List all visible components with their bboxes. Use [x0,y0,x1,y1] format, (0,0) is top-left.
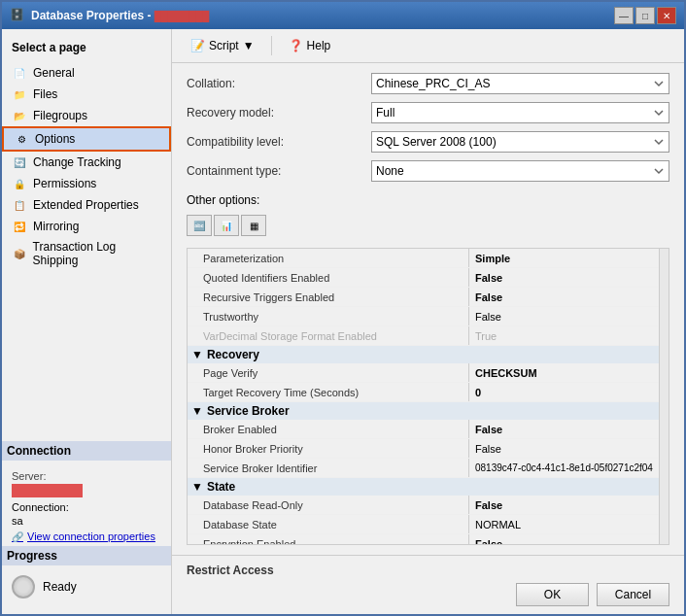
sidebar: Select a page 📄 General 📁 Files 📂 Filegr… [2,29,172,614]
grid-cell-name: Recursive Triggers Enabled [188,288,469,306]
compatibility-label: Compatibility level: [187,135,361,149]
mirroring-icon: 🔁 [12,219,27,234]
grid-cell-name: Trustworthy [188,307,469,325]
sidebar-item-label: Transaction Log Shipping [33,240,161,267]
cancel-button[interactable]: Cancel [597,583,669,606]
window-body: Select a page 📄 General 📁 Files 📂 Filegr… [2,29,684,614]
grid-row: Parameterization Simple [188,249,659,268]
section-header-label: Service Broker [207,404,290,418]
general-icon: 📄 [12,65,27,81]
sort-category-button[interactable]: 📊 [214,215,239,236]
options-toolbar: 🔤 📊 ▦ [187,215,669,236]
sidebar-item-transaction-log[interactable]: 📦 Transaction Log Shipping [2,237,171,270]
title-controls: — □ ✕ [614,7,676,24]
extended-props-icon: 📋 [12,197,27,213]
minimize-button[interactable]: — [614,7,634,24]
sidebar-item-permissions[interactable]: 🔒 Permissions [2,173,171,194]
collation-row: Collation: Chinese_PRC_CI_AS [187,73,669,94]
sidebar-item-mirroring[interactable]: 🔁 Mirroring [2,216,171,237]
sidebar-item-label: Filegroups [33,109,87,122]
toolbar: 📝 Script ▼ ❓ Help [172,29,684,63]
grid-cell-value: False [469,496,659,514]
title-bar: 🗄️ Database Properties - ████████ — □ ✕ [2,2,684,29]
title-highlight: ████████ [154,11,210,21]
maximize-button[interactable]: □ [635,7,655,24]
grid-cell-name: Quoted Identifiers Enabled [188,268,469,287]
grid-cell-name: VarDecimal Storage Format Enabled [188,326,469,345]
connection-user-value: sa [12,515,161,527]
progress-header: Progress [2,546,171,565]
recovery-section-header[interactable]: ▼ Recovery [188,346,659,363]
grid-cell-value: CHECKSUM [469,363,659,382]
sidebar-item-options[interactable]: ⚙ Options [2,126,171,152]
service-broker-section-header[interactable]: ▼ Service Broker [188,402,659,420]
compatibility-dropdown[interactable]: SQL Server 2008 (100) SQL Server 2005 (9… [371,131,669,153]
sidebar-item-label: General [33,66,75,80]
sidebar-item-general[interactable]: 📄 General [2,62,171,84]
grid-cell-name: Broker Enabled [188,420,469,438]
transaction-log-icon: 📦 [12,246,27,261]
progress-status: Ready [43,580,77,594]
toolbar-separator [271,36,272,55]
grid-cell-name: Target Recovery Time (Seconds) [188,383,469,401]
grid-cell-value: False [469,534,659,544]
grid-row: Target Recovery Time (Seconds) 0 [188,383,659,402]
footer-buttons: OK Cancel [187,583,669,606]
section-header-label: Recovery [207,348,259,361]
grid-row: Page Verify CHECKSUM [188,363,659,383]
grid-row: Database State NORMAL [188,515,659,534]
collation-label: Collation: [187,77,361,90]
grid-cell-value: False [469,307,659,325]
properties-area: Collation: Chinese_PRC_CI_AS Recovery mo… [172,63,684,555]
scrollbar[interactable] [659,249,669,544]
recovery-dropdown[interactable]: Full Simple Bulk-logged [371,102,669,123]
grid-row: Honor Broker Priority False [188,439,659,459]
grid-cell-name: Database State [188,515,469,533]
grid-cell-name: Database Read-Only [188,496,469,514]
window-title: Database Properties - ████████ [31,9,209,22]
help-button[interactable]: ❓ Help [280,35,340,56]
grid-row: Encryption Enabled False [188,534,659,544]
options-grid-container: Parameterization Simple Quoted Identifie… [187,248,669,545]
script-icon: 📝 [190,39,205,52]
sidebar-item-label: Permissions [33,177,96,190]
script-dropdown-icon: ▼ [243,39,255,52]
title-bar-left: 🗄️ Database Properties - ████████ [10,8,209,23]
change-tracking-icon: 🔄 [12,154,27,170]
grid-cell-value: False [469,439,659,458]
containment-dropdown[interactable]: None Partial [371,160,669,182]
sidebar-item-change-tracking[interactable]: 🔄 Change Tracking [2,152,171,173]
help-icon: ❓ [289,39,303,52]
options-extra-button[interactable]: ▦ [241,215,266,236]
collation-dropdown[interactable]: Chinese_PRC_CI_AS [371,73,669,94]
sidebar-item-label: Mirroring [33,220,79,233]
ok-button[interactable]: OK [516,583,589,606]
main-content: 📝 Script ▼ ❓ Help Collation: Chinese_PRC… [172,29,684,614]
filegroups-icon: 📂 [12,108,27,123]
grid-cell-value: 08139c47-c0c4-41c1-8e1d-05f0271c2f04 [469,459,659,477]
grid-row: Broker Enabled False [188,420,659,439]
sidebar-item-extended-properties[interactable]: 📋 Extended Properties [2,194,171,216]
sort-alpha-button[interactable]: 🔤 [187,215,212,236]
connection-header: Connection [2,441,171,461]
sidebar-item-filegroups[interactable]: 📂 Filegroups [2,105,171,126]
server-value: ■■■■■ [12,484,83,497]
grid-row: Database Read-Only False [188,496,659,515]
grid-cell-value: True [469,326,659,345]
grid-row: VarDecimal Storage Format Enabled True [188,326,659,346]
state-section-header[interactable]: ▼ State [188,478,659,496]
window-icon: 🗄️ [10,8,25,23]
sidebar-item-files[interactable]: 📁 Files [2,84,171,105]
grid-cell-value: Simple [469,249,659,267]
script-button[interactable]: 📝 Script ▼ [182,35,263,56]
options-grid: Parameterization Simple Quoted Identifie… [188,249,659,544]
connection-details: Server: ■■■■■ Connection: sa 🔗 View conn… [2,466,171,546]
close-button[interactable]: ✕ [657,7,676,24]
sidebar-item-label: Files [33,87,57,101]
grid-cell-value: False [469,288,659,306]
other-options-label: Other options: [187,193,669,207]
view-connection-link[interactable]: 🔗 View connection properties [12,530,161,542]
grid-cell-value: False [469,420,659,438]
grid-cell-name: Parameterization [188,249,469,267]
grid-cell-name: Honor Broker Priority [188,439,469,458]
